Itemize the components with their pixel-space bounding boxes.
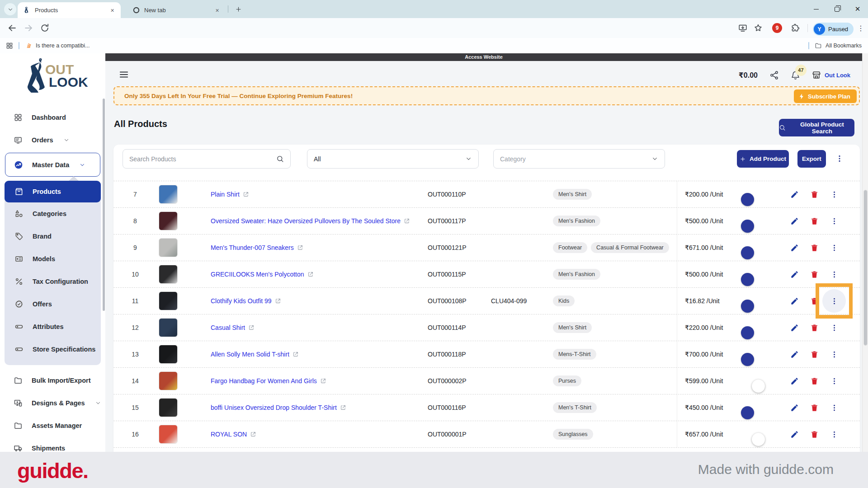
product-name-link[interactable]: Men's Thunder-007 Sneakers [211,244,294,251]
browser-tab-newtab[interactable]: New tab × [127,2,226,18]
sidebar-item-orders[interactable]: Orders [0,129,105,151]
product-name-link[interactable]: Fargo Handbag For Women And Girls [211,377,317,385]
add-product-button[interactable]: Add Product [737,150,789,168]
row-menu-button[interactable] [824,211,844,231]
edit-button[interactable] [784,371,804,391]
sidebar-item-tax-configuration[interactable]: Tax Configuration [5,270,101,293]
sidebar-item-designs-pages[interactable]: Designs & Pages [0,392,105,414]
external-link-icon[interactable] [340,404,346,411]
row-menu-button[interactable] [824,238,844,258]
edit-button[interactable] [784,238,804,258]
external-link-icon[interactable] [292,351,299,357]
delete-button[interactable] [804,344,824,364]
row-menu-button[interactable] [824,291,844,311]
store-button[interactable]: Out Look [812,70,850,80]
row-menu-button[interactable] [824,264,844,284]
row-menu-button[interactable] [824,184,844,204]
subscribe-plan-button[interactable]: Subscribe Plan [794,89,857,103]
tab-search-button[interactable] [4,3,16,15]
external-link-icon[interactable] [275,298,281,304]
type-filter-dropdown[interactable]: All [307,149,479,169]
browser-menu-button[interactable]: ⋮ [856,23,865,33]
scrollbar-thumb[interactable] [863,190,868,346]
table-options-menu-button[interactable] [833,153,846,165]
product-name-link[interactable]: Allen Solly Men Solid T-shirt [211,351,289,358]
notifications-button[interactable]: 47 [791,70,800,80]
sidebar-item-store-specifications[interactable]: Store Specifications [5,338,101,361]
row-menu-button[interactable] [824,344,844,364]
external-link-icon[interactable] [243,191,249,197]
tab-close-icon[interactable]: × [213,6,221,14]
export-button[interactable]: Export [797,150,826,168]
install-app-button[interactable] [738,23,748,33]
product-name-link[interactable]: Plain Shirt [211,191,240,198]
search-input[interactable] [129,155,276,163]
extension-badge-button[interactable]: 9 [772,23,782,33]
search-icon[interactable] [276,155,284,163]
external-link-icon[interactable] [320,378,326,384]
forward-button[interactable] [24,23,33,33]
delete-button[interactable] [804,424,824,444]
hamburger-menu-button[interactable] [118,69,129,80]
bookmark-item[interactable]: Is there a compatibi... [25,38,90,53]
sidebar-item-models[interactable]: Models [5,248,101,270]
category-filter-dropdown[interactable]: Category [493,149,665,169]
delete-button[interactable] [804,371,824,391]
delete-button[interactable] [804,211,824,231]
sidebar-item-bulk-import-export[interactable]: Bulk Import/Export [0,369,105,392]
product-name-link[interactable]: boffi Unisex Oversized Drop Shoulder T-S… [211,404,337,411]
row-menu-button[interactable] [824,371,844,391]
edit-button[interactable] [784,398,804,418]
edit-button[interactable] [784,264,804,284]
global-product-search-button[interactable]: Global Product Search [779,119,854,136]
reload-button[interactable] [40,23,50,33]
product-name-link[interactable]: ROYAL SON [211,431,247,438]
bookmark-star-button[interactable] [753,23,763,33]
delete-button[interactable] [804,238,824,258]
edit-button[interactable] [784,318,804,338]
row-menu-button[interactable] [824,424,844,444]
window-close-button[interactable]: ✕ [847,0,868,18]
product-search-field[interactable] [123,149,291,169]
all-bookmarks-button[interactable]: All Bookmarks [815,38,862,53]
page-scrollbar[interactable] [862,53,868,488]
sidebar-item-master-data[interactable]: Master Data [5,153,100,177]
edit-button[interactable] [784,291,804,311]
extensions-puzzle-button[interactable] [790,23,800,33]
product-name-link[interactable]: Casual Shirt [211,324,245,331]
delete-button[interactable] [804,184,824,204]
product-name-link[interactable]: Oversized Sweater: Haze Oversized Pullov… [211,217,401,225]
browser-tab-products[interactable]: Products × [18,2,121,18]
external-link-icon[interactable] [250,431,256,437]
external-link-icon[interactable] [307,271,314,277]
share-icon[interactable] [769,70,779,80]
new-tab-button[interactable] [233,4,244,14]
apps-grid-icon[interactable] [5,42,14,50]
access-website-bar[interactable]: Access Website [105,53,862,61]
back-button[interactable] [7,23,17,33]
edit-button[interactable] [784,424,804,444]
sidebar-item-assets-manager[interactable]: Assets Manager [0,414,105,437]
sidebar-item-dashboard[interactable]: Dashboard [0,106,105,129]
tab-close-icon[interactable]: × [108,6,116,14]
delete-button[interactable] [804,291,824,311]
edit-button[interactable] [784,184,804,204]
product-name-link[interactable]: Clothify Kids Outfit 99 [211,297,272,305]
edit-button[interactable] [784,211,804,231]
sidebar-item-attributes[interactable]: Attributes [5,315,101,338]
sidebar-item-brand[interactable]: Brand [5,225,101,248]
row-menu-button[interactable] [824,398,844,418]
delete-button[interactable] [804,318,824,338]
window-restore-button[interactable] [826,0,847,18]
delete-button[interactable] [804,264,824,284]
product-name-link[interactable]: GRECIILOOKS Men's Polycotton [211,271,304,278]
wallet-balance[interactable]: ₹0.00 [739,71,758,80]
window-minimize-button[interactable] [806,0,826,18]
row-menu-button[interactable] [824,318,844,338]
external-link-icon[interactable] [297,244,303,251]
external-link-icon[interactable] [404,218,410,224]
sidebar-item-products[interactable]: Products [5,181,101,202]
sidebar-item-offers[interactable]: Offers [5,293,101,315]
delete-button[interactable] [804,398,824,418]
external-link-icon[interactable] [248,324,255,331]
